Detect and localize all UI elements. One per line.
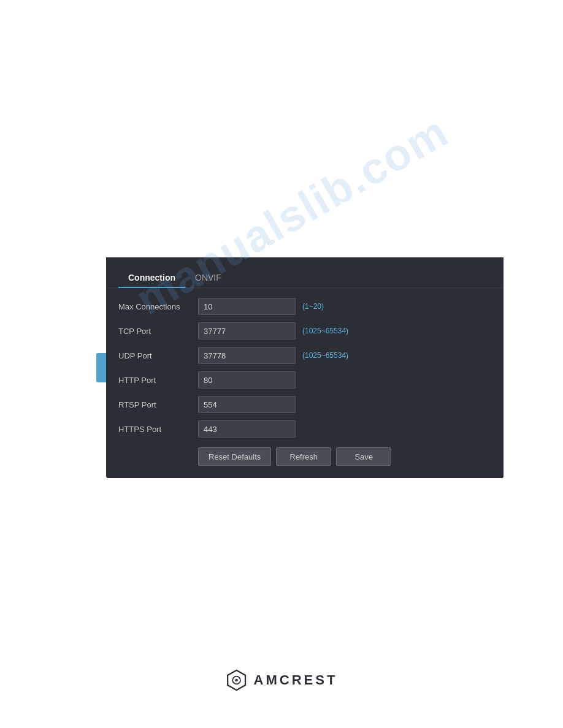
- max-connections-row: Max Connections (1~20): [118, 298, 491, 315]
- page-background: manualslib.com Connection ONVIF Max Conn…: [0, 0, 563, 728]
- side-accent-tab: [96, 353, 106, 382]
- tab-onvif[interactable]: ONVIF: [185, 267, 231, 287]
- https-port-label: HTTPS Port: [118, 425, 198, 434]
- https-port-row: HTTPS Port: [118, 420, 491, 438]
- udp-port-label: UDP Port: [118, 351, 198, 360]
- logo-area: AMCREST: [226, 669, 338, 691]
- tcp-port-row: TCP Port (1025~65534): [118, 322, 491, 339]
- http-port-label: HTTP Port: [118, 376, 198, 385]
- https-port-input[interactable]: [198, 420, 296, 438]
- tcp-port-input[interactable]: [198, 322, 296, 339]
- svg-point-2: [235, 679, 238, 682]
- reset-defaults-button[interactable]: Reset Defaults: [198, 447, 271, 466]
- rtsp-port-row: RTSP Port: [118, 396, 491, 413]
- max-connections-hint: (1~20): [302, 302, 324, 311]
- buttons-row: Reset Defaults Refresh Save: [118, 447, 491, 466]
- save-button[interactable]: Save: [336, 447, 391, 466]
- tabs-header: Connection ONVIF: [106, 257, 504, 288]
- amcrest-logo-text: AMCREST: [254, 672, 338, 688]
- http-port-input[interactable]: [198, 371, 296, 389]
- udp-port-row: UDP Port (1025~65534): [118, 347, 491, 364]
- rtsp-port-input[interactable]: [198, 396, 296, 413]
- max-connections-input[interactable]: [198, 298, 296, 315]
- amcrest-logo-icon: [226, 669, 248, 691]
- udp-port-hint: (1025~65534): [302, 351, 348, 360]
- panel-content: Max Connections (1~20) TCP Port (1025~65…: [106, 288, 504, 478]
- refresh-button[interactable]: Refresh: [276, 447, 331, 466]
- http-port-row: HTTP Port: [118, 371, 491, 389]
- rtsp-port-label: RTSP Port: [118, 400, 198, 409]
- tcp-port-hint: (1025~65534): [302, 327, 348, 335]
- tab-connection[interactable]: Connection: [118, 267, 185, 287]
- udp-port-input[interactable]: [198, 347, 296, 364]
- max-connections-label: Max Connections: [118, 302, 198, 311]
- tcp-port-label: TCP Port: [118, 327, 198, 336]
- settings-panel: Connection ONVIF Max Connections (1~20) …: [106, 257, 504, 478]
